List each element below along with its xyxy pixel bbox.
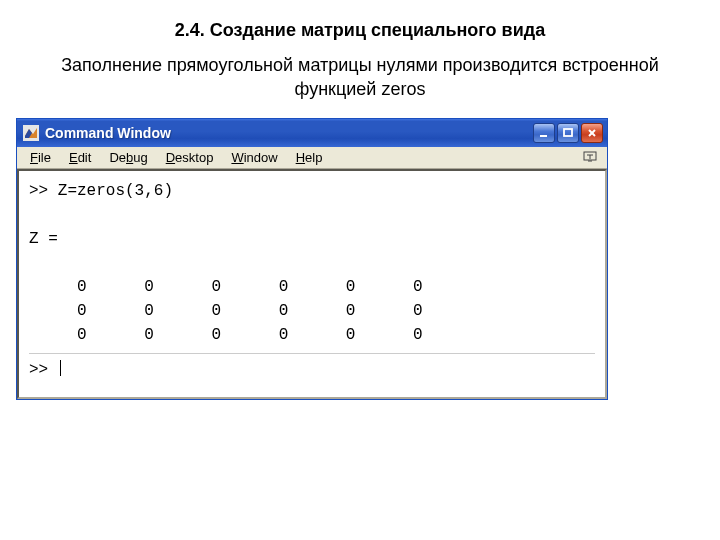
svg-rect-2 (564, 129, 572, 136)
titlebar[interactable]: Command Window (17, 119, 607, 147)
close-button[interactable] (581, 123, 603, 143)
menu-help[interactable]: Help (287, 149, 332, 166)
maximize-button[interactable] (557, 123, 579, 143)
menu-window[interactable]: Window (222, 149, 286, 166)
prompt[interactable]: >> (29, 358, 595, 382)
svg-rect-1 (540, 135, 547, 137)
window-title: Command Window (45, 125, 533, 141)
minimize-button[interactable] (533, 123, 555, 143)
menu-debug[interactable]: Debug (100, 149, 156, 166)
menu-file[interactable]: File (21, 149, 60, 166)
console-output[interactable]: >> Z=zeros(3,6) Z = 0 0 0 0 0 0 0 0 0 0 … (17, 169, 607, 399)
section-heading: 2.4. Создание матриц специального вида (20, 20, 700, 41)
text-cursor (60, 360, 61, 376)
command-window: Command Window File Edit Debug Desktop W… (16, 118, 608, 400)
separator (29, 353, 595, 354)
menu-desktop[interactable]: Desktop (157, 149, 223, 166)
app-icon (23, 125, 39, 141)
section-description: Заполнение прямоугольной матрицы нулями … (18, 53, 702, 102)
dock-handle-icon[interactable] (581, 150, 599, 164)
menu-file-rest: ile (38, 150, 51, 165)
menubar: File Edit Debug Desktop Window Help (17, 147, 607, 169)
menu-edit[interactable]: Edit (60, 149, 100, 166)
